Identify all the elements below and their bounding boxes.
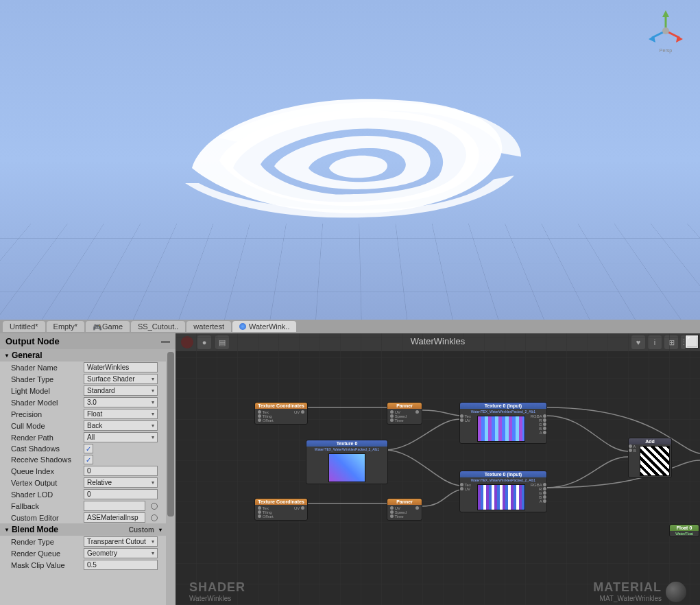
shader-lod-input[interactable]: 0 [84,489,158,499]
shader-icon [239,323,246,330]
tab-untitled[interactable]: Untitled* [3,321,45,332]
section-general[interactable]: ▼General [0,349,166,361]
fallback-label: Fallback [11,502,80,510]
precision-dropdown[interactable]: Float [84,409,158,419]
shader-lod-label: Shader LOD [11,490,80,499]
material-footer-name: MAT_WaterWrinkles [593,595,662,602]
cull-mode-dropdown[interactable]: Back [84,420,158,431]
node-texture0[interactable]: Texture 0 Water/TEX_WaterWrinklesPacked_… [306,440,388,484]
node-texsample-2[interactable]: Texture 0 (Input) Water/TEX_WaterWrinkle… [459,471,547,512]
render-path-label: Render Path [11,434,80,442]
texsample-preview-2 [477,484,525,510]
material-footer-label: MATERIAL [593,580,662,595]
cast-shadows-label: Cast Shadows [11,444,80,453]
light-model-label: Light Model [11,387,80,395]
add-preview [640,446,670,476]
svg-point-6 [662,27,669,34]
svg-marker-3 [662,10,669,17]
fallback-input[interactable] [84,501,145,511]
tab-waterwinkles[interactable]: WaterWink.. [232,321,297,332]
material-sphere-icon [666,582,686,602]
orientation-gizmo[interactable]: Persp [642,7,690,55]
tab-empty[interactable]: Empty* [47,321,84,332]
vertex-output-label: Vertex Output [11,479,80,487]
shader-name-label: Shader Name [11,364,80,372]
expand-button[interactable]: ⬜ [685,335,699,348]
queue-index-input[interactable]: 0 [84,466,158,476]
inspector-panel: Output Node — ▼General Shader NameWaterW… [0,333,176,605]
vertex-output-dropdown[interactable]: Relative [84,477,158,488]
node-panner-1[interactable]: Panner UV Speed Time [387,402,422,425]
custom-editor-input[interactable]: ASEMaterialInsp [84,512,145,523]
node-texcoord-1[interactable]: Texture Coordinates TexUV Tiling Offset [254,402,308,425]
graph-title: WaterWinkles [411,336,466,346]
node-float0[interactable]: Float 0 Water/Float [669,524,699,537]
scroll-thumb[interactable] [167,352,174,517]
tab-sscutout[interactable]: SS_Cutout.. [131,321,185,332]
texsample-preview-1 [477,416,525,442]
game-icon: 🎮 [93,323,99,330]
inspector-title: Output Node — [0,333,176,349]
scene-viewport[interactable]: Persp [0,0,700,320]
render-type-dropdown[interactable]: Transparent Cutout [84,536,158,547]
mask-clip-label: Mask Clip Value [11,561,80,569]
custom-editor-label: Custom Editor [11,514,80,522]
node-texcoord-2[interactable]: Texture Coordinates TexUV Tiling Offset [254,498,308,521]
water-swirl-mesh [165,55,548,281]
shader-footer-label: SHADER [189,580,245,595]
inspector-scrollbar[interactable] [166,349,176,605]
shader-model-dropdown[interactable]: 3.0 [84,397,158,407]
minimize-icon[interactable]: — [161,336,170,346]
render-path-dropdown[interactable]: All [84,432,158,442]
tab-watertest[interactable]: watertest [186,321,231,332]
light-model-dropdown[interactable]: Standard [84,385,158,396]
render-queue-dropdown[interactable]: Geometry [84,548,158,558]
gizmo-persp-label: Persp [660,48,672,54]
cull-mode-label: Cull Mode [11,422,80,430]
mask-clip-input[interactable]: 0.5 [84,560,158,570]
shader-model-label: Shader Model [11,399,80,407]
tab-bar: Untitled* Empty* 🎮Game SS_Cutout.. water… [0,320,700,333]
graph-footer: SHADER WaterWinkles MATERIAL MAT_WaterWr… [189,580,686,602]
cast-shadows-checkbox[interactable]: ✓ [84,444,93,453]
custom-editor-picker[interactable] [151,514,158,521]
section-blend[interactable]: ▼Blend ModeCustom▾ [0,523,166,536]
receive-shadows-label: Receive Shadows [11,455,80,464]
shader-type-dropdown[interactable]: Surface Shader [84,374,158,384]
node-panner-2[interactable]: Panner UV Speed Time [387,498,422,521]
shader-name-input[interactable]: WaterWinkles [84,362,158,372]
shader-footer-name: WaterWinkles [189,595,245,602]
queue-index-label: Queue Index [11,467,80,475]
render-type-label: Render Type [11,538,80,546]
tex-preview [328,453,365,482]
editor-pane: Output Node — ▼General Shader NameWaterW… [0,333,700,605]
graph-grid [176,333,700,605]
render-queue-label: Render Queue [11,549,80,558]
receive-shadows-checkbox[interactable]: ✓ [84,455,93,464]
node-texsample-1[interactable]: Texture 0 (Input) Water/TEX_WaterWrinkle… [459,402,547,444]
node-add[interactable]: Add A B [628,438,672,478]
node-graph[interactable]: ● ▤ WaterWinkles ♥ i ⊞ ⋮⋮ ⬜ Te [176,333,700,605]
tab-game[interactable]: 🎮Game [86,321,130,332]
fallback-picker[interactable] [151,503,158,510]
precision-label: Precision [11,410,80,418]
shader-type-label: Shader Type [11,375,80,383]
